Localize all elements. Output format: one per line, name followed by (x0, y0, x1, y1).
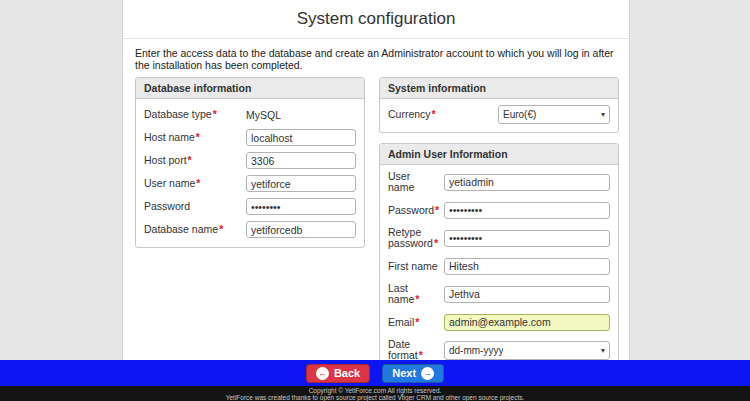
label-text: Password (388, 204, 434, 216)
db-user-name-input[interactable] (246, 175, 356, 192)
admin-row-password: Password* (388, 199, 610, 221)
chevron-down-icon: ▾ (601, 346, 605, 355)
db-row-database-name: Database name* (144, 220, 356, 239)
database-type-value: MySQL (246, 109, 356, 121)
form-columns: Database information Database type* MySQ… (123, 75, 629, 401)
label-text: Currency (388, 108, 431, 120)
next-button[interactable]: Next → (382, 364, 444, 383)
required-asterisk: * (219, 223, 223, 235)
label-text: Email (388, 316, 414, 328)
wizard-navigation-bar: ← Back Next → (0, 360, 750, 386)
admin-row-date-format: Date format* dd-mm-yyyy ▾ (388, 339, 610, 361)
arrow-right-circle-icon: → (421, 367, 434, 380)
admin-row-user-name: User name (388, 171, 610, 193)
database-panel-body: Database type* MySQL Host name* Host por… (136, 99, 364, 247)
label-text: Last name (388, 282, 414, 305)
email-input[interactable] (444, 314, 610, 331)
label-text: Password (144, 200, 190, 212)
label-text: User name (144, 177, 195, 189)
instruction-text: Enter the access data to the database an… (123, 39, 629, 75)
admin-row-first-name: First name (388, 255, 610, 277)
database-name-label: Database name* (144, 224, 223, 235)
currency-selected-option: Euro(€) (503, 109, 536, 120)
currency-row: Currency* Euro(€) ▾ (388, 105, 610, 124)
credits-line: YetiForce was created thanks to open sou… (0, 394, 750, 401)
date-format-label: Date format* (388, 339, 438, 361)
label-text: Host port (144, 154, 187, 166)
admin-row-email: Email* (388, 311, 610, 333)
date-format-selected-option: dd-mm-yyyy (449, 345, 503, 356)
db-row-host-port: Host port* (144, 151, 356, 170)
page-title: System configuration (123, 0, 629, 29)
first-name-label: First name (388, 261, 438, 272)
db-password-input[interactable] (246, 198, 356, 215)
required-asterisk: * (196, 177, 200, 189)
db-row-database-type: Database type* MySQL (144, 105, 356, 124)
first-name-input[interactable] (444, 258, 610, 275)
db-row-password: Password (144, 197, 356, 216)
db-row-host-name: Host name* (144, 128, 356, 147)
label-text: Host name (144, 131, 195, 143)
next-button-label: Next (392, 367, 416, 379)
database-panel: Database information Database type* MySQ… (135, 77, 365, 248)
host-name-label: Host name* (144, 132, 200, 143)
label-text: Retype password (388, 226, 433, 249)
label-text: Date format (388, 338, 418, 361)
copyright-line: Copyright © YetiForce.com All rights res… (0, 387, 750, 394)
arrow-left-circle-icon: ← (316, 367, 329, 380)
required-asterisk: * (415, 316, 419, 328)
host-port-input[interactable] (246, 152, 356, 169)
required-asterisk: * (196, 131, 200, 143)
chevron-down-icon: ▾ (601, 110, 605, 119)
last-name-input[interactable] (444, 286, 610, 303)
label-text: First name (388, 260, 438, 272)
required-asterisk: * (188, 154, 192, 166)
currency-label: Currency* (388, 109, 436, 120)
retype-password-label: Retype password* (388, 227, 438, 249)
admin-row-last-name: Last name* (388, 283, 610, 305)
back-button-label: Back (334, 367, 360, 379)
db-user-name-label: User name* (144, 178, 200, 189)
database-column: Database information Database type* MySQ… (135, 77, 365, 401)
admin-row-retype-password: Retype password* (388, 227, 610, 249)
admin-password-input[interactable] (444, 202, 610, 219)
label-text: Database name (144, 223, 218, 235)
database-type-label: Database type* (144, 109, 217, 120)
admin-user-name-label: User name (388, 171, 438, 193)
label-text: User name (388, 170, 414, 193)
label-text: Database type (144, 108, 212, 120)
system-panel-body: Currency* Euro(€) ▾ (380, 99, 618, 132)
retype-password-input[interactable] (444, 230, 610, 247)
host-port-label: Host port* (144, 155, 192, 166)
host-name-input[interactable] (246, 129, 356, 146)
currency-select[interactable]: Euro(€) ▾ (498, 105, 610, 124)
required-asterisk: * (434, 237, 438, 249)
system-column: System information Currency* Euro(€) ▾ A… (379, 77, 619, 401)
admin-panel-header: Admin User Information (380, 144, 618, 165)
system-panel-header: System information (380, 78, 618, 99)
db-password-label: Password (144, 201, 191, 212)
required-asterisk: * (432, 108, 436, 120)
required-asterisk: * (435, 204, 439, 216)
page-footer: Copyright © YetiForce.com All rights res… (0, 386, 750, 401)
database-panel-header: Database information (136, 78, 364, 99)
required-asterisk: * (213, 108, 217, 120)
last-name-label: Last name* (388, 283, 438, 305)
db-row-user-name: User name* (144, 174, 356, 193)
email-label: Email* (388, 317, 438, 328)
required-asterisk: * (415, 293, 419, 305)
database-name-input[interactable] (246, 221, 356, 238)
date-format-select[interactable]: dd-mm-yyyy ▾ (444, 341, 610, 360)
admin-password-label: Password* (388, 205, 439, 216)
back-button[interactable]: ← Back (306, 364, 370, 383)
configuration-panel: System configuration Enter the access da… (122, 0, 630, 360)
system-panel: System information Currency* Euro(€) ▾ (379, 77, 619, 133)
admin-user-name-input[interactable] (444, 174, 610, 191)
